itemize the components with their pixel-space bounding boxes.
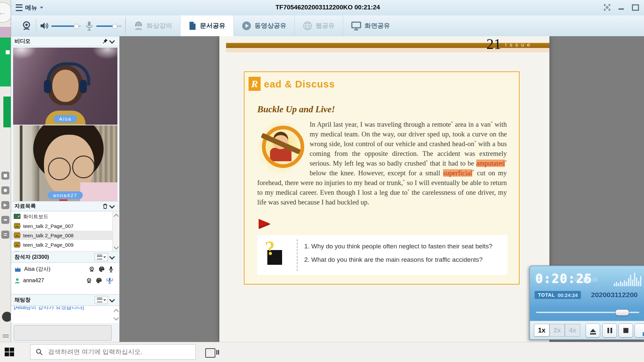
highlighted-word: superficial	[443, 169, 472, 177]
list-item-page007[interactable]: IMG teen_talk 2_Page_007	[11, 221, 119, 231]
materials-scrollbar[interactable]	[112, 212, 119, 251]
tab-label: 동영상공유	[255, 21, 286, 30]
scroll-down-icon[interactable]	[114, 244, 119, 250]
pause-button[interactable]	[602, 323, 617, 338]
svg-text:IMG: IMG	[15, 244, 19, 246]
list-item-label: teen_talk 2_Page_009	[23, 242, 73, 248]
chat-panel-title: 채팅창	[14, 297, 95, 304]
list-item-whiteboard[interactable]: 화이트보드	[11, 212, 119, 221]
expand-icon[interactable]	[604, 4, 610, 11]
tab-label: 웹공유	[316, 21, 335, 30]
chat-log[interactable]: [Aisa님이 강사가 되셨습니다]	[11, 306, 119, 323]
participant-row-attendee[interactable]: anna427	[11, 274, 119, 286]
mic-active-icon	[106, 278, 113, 284]
divider	[36, 19, 36, 33]
webcam-icon[interactable]	[21, 20, 32, 31]
mic-icon	[109, 266, 113, 273]
tab-video-share[interactable]: 동영상공유	[233, 15, 294, 36]
maximize-icon[interactable]	[632, 4, 639, 11]
image-file-icon: IMG	[14, 223, 20, 229]
window-title: TF70546202003112200KO 00:21:24	[275, 4, 380, 11]
stop-button[interactable]	[619, 323, 633, 338]
trash-icon[interactable]	[102, 203, 108, 209]
speed-1x-button[interactable]: 1x	[534, 324, 549, 337]
mic-slider[interactable]	[96, 25, 122, 27]
chat-scrollbar[interactable]	[113, 307, 119, 322]
tab-screen-share[interactable]: 화면공유	[343, 15, 398, 36]
mic-icon[interactable]	[86, 21, 93, 31]
document-icon	[189, 21, 197, 31]
menu-label: 메뉴	[25, 4, 37, 12]
article-title: Buckle Up and Live!	[257, 104, 335, 115]
video-panel-title: 비디오	[14, 38, 102, 45]
chat-input[interactable]	[14, 325, 112, 341]
start-button[interactable]	[5, 348, 15, 357]
speed-2x-button[interactable]: 2x	[549, 324, 565, 337]
play-icon[interactable]	[584, 277, 589, 283]
list-item-page008-selected[interactable]: IMG teen_talk 2_Page_008	[11, 231, 119, 240]
taskbar-search[interactable]	[30, 344, 196, 360]
scroll-up-icon[interactable]	[114, 214, 119, 219]
list-item-label: 화이트보드	[23, 214, 48, 220]
chevron-down-icon[interactable]	[109, 203, 115, 208]
seek-handle[interactable]	[615, 309, 629, 316]
chevron-down-icon[interactable]	[109, 38, 115, 44]
video-thumbnail-anna427[interactable]: anna427	[13, 125, 117, 201]
chat-panel-header: 채팅창	[11, 294, 119, 306]
caret-down-icon	[40, 7, 43, 9]
scroll-up-icon[interactable]	[114, 309, 119, 314]
section-initial: R	[249, 77, 261, 91]
svg-text:IMG: IMG	[15, 225, 19, 227]
section-title: ead & Discuss	[264, 79, 335, 90]
share-icon	[1, 186, 9, 194]
tab-document-share[interactable]: 문서공유	[180, 15, 233, 36]
volume-slider[interactable]	[51, 25, 81, 27]
hamburger-icon	[16, 4, 22, 11]
task-view-icon[interactable]	[205, 348, 215, 358]
headset-person-icon	[134, 21, 143, 31]
crown-icon	[14, 266, 21, 272]
chevron-down-icon[interactable]	[109, 254, 115, 259]
menu-button[interactable]: 메뉴	[16, 4, 43, 12]
tab-video-lecture[interactable]: 화상강의	[125, 15, 180, 36]
recording-indicator	[59, 199, 67, 201]
image-file-icon: IMG	[14, 232, 20, 238]
total-time: 00:24:24	[557, 292, 578, 298]
total-time-badge: TOTAL 00:24:24	[535, 291, 581, 299]
page-number: 21	[486, 36, 501, 53]
share-mode-buttons: 화상강의 문서공유 동영상공유	[125, 15, 398, 36]
background-green-button	[3, 97, 11, 127]
seek-bar[interactable]	[536, 312, 639, 313]
background-block	[0, 27, 11, 38]
person-icon	[14, 278, 20, 284]
list-item-label: teen_talk 2_Page_007	[23, 223, 73, 229]
background-circle	[2, 312, 11, 322]
pin-icon[interactable]	[102, 38, 108, 44]
question-mark-icon: ?	[264, 236, 277, 260]
chevron-down-icon[interactable]	[109, 297, 115, 302]
search-input[interactable]	[47, 348, 176, 356]
tab-web-share[interactable]: 웹공유	[294, 15, 343, 36]
question-1: 1. Why do you think people often neglect…	[304, 243, 502, 250]
speed-4x-button[interactable]: 4x	[565, 324, 580, 337]
minimize-icon[interactable]	[619, 8, 624, 10]
participant-row-host[interactable]: Aisa (강사)	[11, 263, 119, 274]
chat-input-area	[11, 323, 119, 342]
scroll-down-icon[interactable]	[114, 315, 119, 321]
share-icon	[1, 231, 9, 239]
chat-message: [Aisa님이 강사가 되셨습니다]	[14, 306, 84, 311]
textbook-page: 21 Issue R ead & Discuss Buckle Up and L…	[219, 36, 549, 342]
participant-name: Aisa (강사)	[24, 266, 86, 273]
chat-options-button[interactable]	[95, 296, 108, 304]
list-view-button[interactable]	[95, 253, 108, 261]
participants-panel-header: 참석자 (2/300)	[11, 251, 119, 263]
materials-list: 화이트보드 IMG teen_talk 2_Page_007	[11, 212, 119, 252]
video-thumbnail-aisa[interactable]: Aisa	[13, 48, 117, 125]
eject-button[interactable]	[586, 323, 600, 338]
speaker-icon[interactable]	[40, 21, 49, 30]
list-item-page009[interactable]: IMG teen_talk 2_Page_009	[11, 240, 119, 249]
share-icon	[1, 201, 9, 209]
swap-button[interactable]	[635, 323, 644, 338]
tab-label: 문서공유	[200, 21, 225, 30]
participants-panel-title: 참석자 (2/300)	[14, 254, 95, 261]
